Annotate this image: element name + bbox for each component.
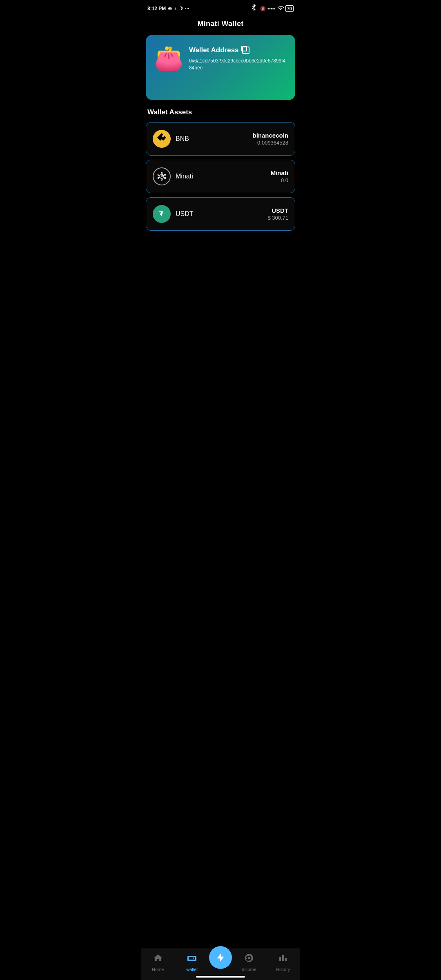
wallet-icon: 👛 bbox=[154, 46, 183, 75]
bnb-asset-left: BNB bbox=[153, 130, 189, 148]
minati-asset-right: Minati 0.0 bbox=[271, 169, 288, 183]
svg-line-9 bbox=[159, 175, 160, 176]
svg-line-11 bbox=[159, 177, 160, 178]
usdt-amount: $ 300.71 bbox=[267, 215, 288, 221]
svg-line-12 bbox=[164, 177, 165, 178]
usdt-asset-left: ₮ USDT bbox=[153, 205, 194, 223]
wallet-assets-title: Wallet Assets bbox=[141, 108, 300, 122]
bnb-amount: 0.009364528 bbox=[252, 140, 288, 146]
usdt-logo: ₮ bbox=[153, 205, 171, 223]
status-right: 🔇 ▪▪▪▪▪ 70 bbox=[249, 3, 294, 14]
svg-text:₮: ₮ bbox=[159, 211, 163, 217]
usdt-symbol: USDT bbox=[176, 210, 194, 218]
crescent-icon: ☽ bbox=[178, 6, 183, 11]
usdt-asset-right: USDT $ 300.71 bbox=[267, 207, 288, 221]
minati-logo: M bbox=[153, 167, 171, 185]
minati-symbol: Minati bbox=[176, 173, 193, 180]
wallet-assets-section: Wallet Assets BNB binancecoin 0.00936452… bbox=[141, 108, 300, 231]
mute-icon: 🔇 bbox=[260, 6, 266, 11]
usdt-asset-card[interactable]: ₮ USDT USDT $ 300.71 bbox=[146, 197, 295, 231]
usdt-full-name: USDT bbox=[267, 207, 288, 214]
minati-asset-card[interactable]: M Minati Minati 0.0 bbox=[146, 160, 295, 193]
copy-icon[interactable] bbox=[242, 47, 249, 54]
page-title: Minati Wallet bbox=[141, 16, 300, 35]
wallet-address-value: 0x6a1cd7503f90c29cbcc0bb6e2d0e67899f484b… bbox=[189, 58, 287, 71]
signal-icon: ▪▪▪▪▪ bbox=[267, 6, 276, 11]
svg-point-5 bbox=[158, 177, 159, 178]
spotify-icon: ♪ bbox=[174, 6, 176, 11]
bluetooth-icon bbox=[249, 3, 258, 14]
bnb-asset-card[interactable]: BNB binancecoin 0.009364528 bbox=[146, 122, 295, 156]
svg-point-1 bbox=[161, 172, 162, 174]
bnb-symbol: BNB bbox=[176, 135, 189, 143]
wifi-icon bbox=[277, 5, 284, 12]
svg-point-3 bbox=[158, 174, 159, 175]
wallet-address-label: Wallet Address bbox=[189, 46, 287, 54]
bnb-asset-right: binancecoin 0.009364528 bbox=[252, 132, 288, 146]
time-display: 8:12 PM bbox=[147, 6, 166, 11]
bnb-full-name: binancecoin bbox=[252, 132, 288, 139]
wallet-card: 👛 Wallet Address 0x6a1cd7503f90c29cbcc0b… bbox=[146, 35, 295, 100]
battery-icon: 70 bbox=[285, 5, 294, 12]
more-icon: ··· bbox=[185, 6, 189, 11]
svg-point-4 bbox=[165, 174, 166, 175]
svg-point-6 bbox=[165, 177, 166, 178]
status-bar: 8:12 PM ⊕ ♪ ☽ ··· 🔇 ▪▪▪▪▪ 70 bbox=[141, 0, 300, 16]
svg-text:M: M bbox=[161, 175, 163, 178]
svg-line-10 bbox=[164, 175, 165, 176]
bnb-logo bbox=[153, 130, 171, 148]
whatsapp-icon: ⊕ bbox=[168, 6, 172, 11]
minati-amount: 0.0 bbox=[271, 177, 288, 183]
minati-asset-left: M Minati bbox=[153, 167, 193, 185]
minati-full-name: Minati bbox=[271, 169, 288, 176]
status-left: 8:12 PM ⊕ ♪ ☽ ··· bbox=[147, 6, 189, 11]
svg-point-2 bbox=[161, 179, 162, 180]
wallet-info: Wallet Address 0x6a1cd7503f90c29cbcc0bb6… bbox=[189, 46, 287, 71]
